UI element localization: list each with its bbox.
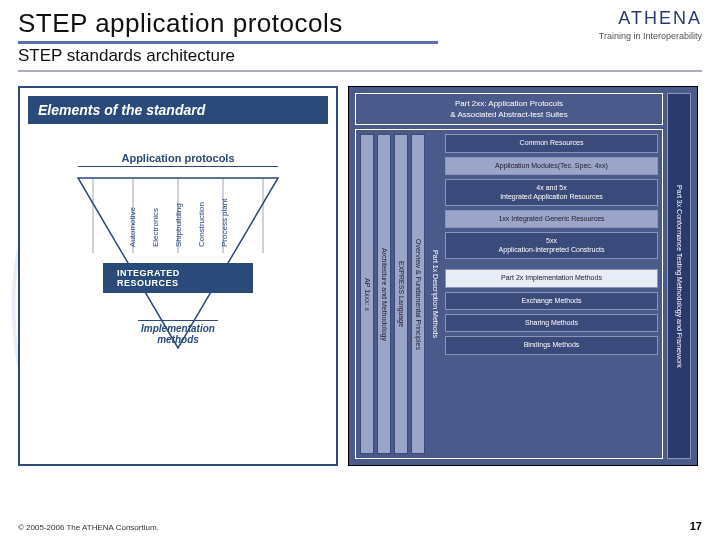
elements-standard-diagram: Elements of the standard Application pro… — [18, 86, 338, 466]
resource-box: 1xx Integrated Generic Resources — [445, 210, 658, 228]
elements-title: Elements of the standard — [28, 96, 328, 124]
method-box: Exchange Methods — [445, 292, 658, 310]
slide-subtitle: STEP standards architecture — [18, 46, 702, 66]
vstrip: Architecture and Methodology — [377, 134, 391, 454]
implementation-methods-label: Implementation methods — [138, 318, 218, 345]
content-area: Elements of the standard Application pro… — [0, 72, 720, 466]
part2x-impl-label: Part 2x Implementation Methods — [445, 269, 658, 287]
method-box: Sharing Methods — [445, 314, 658, 332]
integrated-resources-label: INTEGRATED RESOURCES — [103, 263, 253, 293]
part3x-side-label: Part 3x Conformance Testing Methodology … — [667, 93, 691, 459]
resource-box: Application Modules(Tec. Spec. 4xx) — [445, 157, 658, 175]
triangle-diagram: Automotive Electronics Shipbuilding Cons… — [28, 173, 328, 383]
page-number: 17 — [690, 520, 702, 532]
logo-area: ATHENA Training in Interoperability — [599, 8, 702, 41]
part2xx-header: Part 2xx: Application Protocols & Associ… — [355, 93, 663, 125]
logo-subtitle: Training in Interoperability — [599, 31, 702, 41]
resources-stack: Common Resources Application Modules(Tec… — [445, 134, 658, 454]
domain-label: Shipbuilding — [174, 179, 183, 247]
method-box: Bindings Methods — [445, 336, 658, 354]
title-underline — [18, 41, 438, 44]
vstrip: AP 1xxx: x — [360, 134, 374, 454]
vertical-domain-labels: Automotive Electronics Shipbuilding Cons… — [128, 179, 229, 247]
logo-text: ATHENA — [599, 8, 702, 29]
part1x-label: Part 1x Description Methods — [428, 134, 442, 454]
resource-box: 5xx Application-Interpreted Constructs — [445, 232, 658, 259]
domain-label: Process plant — [220, 179, 229, 247]
domain-label: Electronics — [151, 179, 160, 247]
app-protocols-label: Application protocols — [28, 152, 328, 164]
resource-box: 4x and 5x Integrated Application Resourc… — [445, 179, 658, 206]
right-main-column: Part 2xx: Application Protocols & Associ… — [355, 93, 663, 459]
vstrip: EXPRESS Language — [394, 134, 408, 454]
copyright-footer: © 2005-2006 The ATHENA Consortium. — [18, 523, 159, 532]
divider-line — [78, 166, 278, 167]
right-main-body: AP 1xxx: x Architecture and Methodology … — [355, 129, 663, 459]
domain-label: Automotive — [128, 179, 137, 247]
domain-label: Construction — [197, 179, 206, 247]
vstrip: Overview & Fundamental Principles — [411, 134, 425, 454]
resource-box: Common Resources — [445, 134, 658, 152]
parts-architecture-diagram: Part 2xx: Application Protocols & Associ… — [348, 86, 698, 466]
